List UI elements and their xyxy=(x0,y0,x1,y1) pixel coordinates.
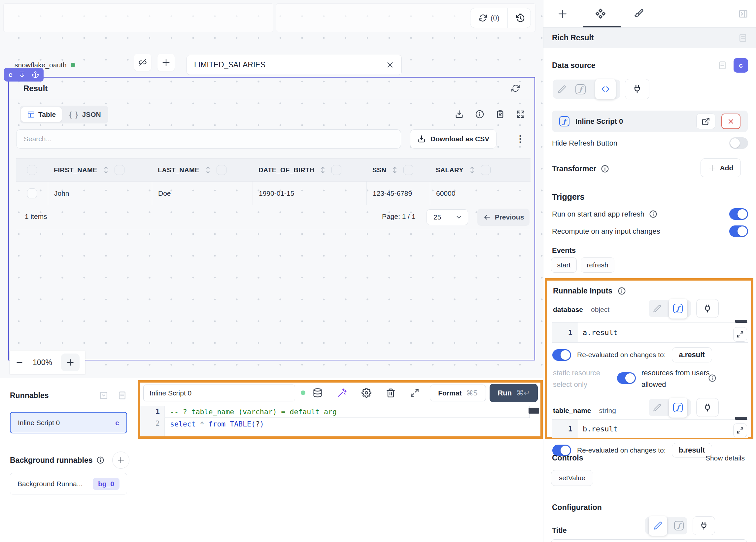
table-name-connect-button[interactable] xyxy=(696,398,719,417)
info-icon[interactable] xyxy=(96,456,104,464)
expand-editor-icon[interactable] xyxy=(410,388,419,397)
column-toggle[interactable] xyxy=(217,165,226,175)
connect-mode-button[interactable] xyxy=(625,79,649,99)
info-icon[interactable] xyxy=(601,165,609,173)
page-size-select[interactable]: 25 xyxy=(427,209,468,225)
editor-scrollbar-thumb[interactable] xyxy=(529,408,539,414)
data-source-script-row[interactable]: ƒ Inline Script 0 xyxy=(552,111,748,132)
static-mode-pencil-icon[interactable] xyxy=(653,304,661,313)
event-start-pill[interactable]: start xyxy=(551,257,577,273)
reeval-toggle[interactable] xyxy=(552,349,571,361)
open-script-button[interactable] xyxy=(696,114,715,129)
result-refresh-icon[interactable] xyxy=(511,84,520,93)
sort-icon[interactable] xyxy=(468,166,476,174)
eval-mode-fx-icon[interactable]: ƒ xyxy=(669,398,687,418)
delete-script-icon[interactable] xyxy=(386,388,395,398)
add-component-button[interactable] xyxy=(157,54,175,71)
sort-icon[interactable] xyxy=(102,166,110,174)
template-mode-icon[interactable]: ƒ xyxy=(575,84,586,94)
table-row[interactable]: John Doe 1990-01-15 123-45-6789 60000 xyxy=(16,182,531,205)
column-header-salary[interactable]: SALARY xyxy=(430,158,531,182)
sort-icon[interactable] xyxy=(319,166,327,174)
previous-page-button[interactable]: Previous xyxy=(477,209,530,226)
run-on-start-toggle[interactable] xyxy=(729,208,748,220)
add-transformer-button[interactable]: Add xyxy=(701,158,741,177)
history-button[interactable] xyxy=(507,8,533,28)
code-line-2[interactable]: select * from TABLE(?) xyxy=(170,418,264,430)
column-header-first-name[interactable]: FIRST_NAME xyxy=(48,158,152,182)
move-below-icon[interactable] xyxy=(18,71,26,79)
database-icon[interactable] xyxy=(313,388,323,398)
run-button[interactable]: Run ⌘↵ xyxy=(490,384,538,402)
event-refresh-pill[interactable]: refresh xyxy=(581,257,614,273)
column-toggle[interactable] xyxy=(403,165,413,175)
title-value-input[interactable] xyxy=(551,539,747,542)
app-canvas[interactable]: (0) snowflake_oauth Result xyxy=(0,0,543,378)
docs-icon[interactable] xyxy=(118,391,127,400)
collapse-panel-icon[interactable] xyxy=(99,391,108,400)
database-expression-editor[interactable]: 1 a.result xyxy=(552,322,748,343)
runnable-item-background-0[interactable]: Background Runna... bg_0 xyxy=(10,473,127,494)
select-all-checkbox[interactable] xyxy=(27,165,37,175)
title-connect-button[interactable] xyxy=(693,516,715,535)
download-csv-button[interactable]: Download as CSV xyxy=(410,129,497,149)
scrollbar-thumb[interactable] xyxy=(735,320,747,323)
zoom-in-button[interactable] xyxy=(61,354,80,371)
unlink-button[interactable] xyxy=(134,54,151,71)
static-mode-pencil-icon[interactable] xyxy=(653,403,661,412)
settings-gear-icon[interactable] xyxy=(361,388,371,398)
refresh-runnables-button[interactable]: (0) xyxy=(470,8,507,28)
script-name-input[interactable] xyxy=(143,385,295,401)
column-header-ssn[interactable]: SSN xyxy=(366,158,430,182)
info-icon[interactable] xyxy=(618,287,626,295)
table-menu-kebab[interactable]: ⋮ xyxy=(516,134,525,144)
detach-script-button[interactable] xyxy=(721,114,740,129)
eval-mode-code-icon[interactable] xyxy=(595,79,616,99)
table-name-expression-editor[interactable]: 1 b.result xyxy=(552,419,748,438)
zoom-out-icon[interactable] xyxy=(15,358,24,367)
copy-result-icon[interactable] xyxy=(496,110,505,119)
column-toggle[interactable] xyxy=(481,165,491,175)
table-search-input[interactable] xyxy=(16,129,401,149)
scrollbar-thumb[interactable] xyxy=(735,417,747,420)
sort-icon[interactable] xyxy=(204,166,212,174)
info-icon[interactable] xyxy=(649,210,657,218)
info-icon[interactable] xyxy=(475,110,484,119)
column-toggle[interactable] xyxy=(331,165,341,175)
tab-table[interactable]: Table xyxy=(21,107,62,122)
column-header-date-of-birth[interactable]: DATE_OF_BIRTH xyxy=(253,158,366,182)
doc-icon[interactable] xyxy=(718,61,727,70)
collapse-sidebar-icon[interactable] xyxy=(738,9,748,19)
runnable-item-inline-script-0[interactable]: Inline Script 0 c xyxy=(10,412,127,433)
expand-expression-button[interactable] xyxy=(733,423,747,437)
show-details-link[interactable]: Show details xyxy=(705,454,745,462)
table-name-input[interactable] xyxy=(187,55,402,75)
static-mode-pencil-icon[interactable] xyxy=(649,516,667,536)
resources-from-users-toggle[interactable] xyxy=(617,372,636,384)
static-mode-pencil-icon[interactable] xyxy=(557,85,566,94)
row-checkbox[interactable] xyxy=(27,188,37,198)
setvalue-control-pill[interactable]: setValue xyxy=(551,470,593,486)
download-icon[interactable] xyxy=(455,110,464,119)
sort-icon[interactable] xyxy=(391,166,399,174)
rich-result-component[interactable]: Result Table { } JSON xyxy=(8,77,535,360)
info-icon[interactable] xyxy=(708,374,716,382)
add-background-runnable-button[interactable] xyxy=(112,452,129,469)
tab-json[interactable]: { } JSON xyxy=(63,107,107,122)
fullscreen-icon[interactable] xyxy=(516,110,525,119)
clear-input-icon[interactable] xyxy=(386,60,395,69)
tab-styling[interactable] xyxy=(619,0,657,27)
tab-insert-component[interactable] xyxy=(543,0,581,27)
recompute-toggle[interactable] xyxy=(729,225,748,237)
ai-wand-icon[interactable] xyxy=(337,388,347,398)
dependency-pill[interactable]: a.result xyxy=(672,347,712,362)
code-line-1[interactable]: -- ? table_name (varchar) = default arg xyxy=(170,406,337,418)
anchor-icon[interactable] xyxy=(32,71,39,79)
column-header-last-name[interactable]: LAST_NAME xyxy=(152,158,253,182)
doc-icon[interactable] xyxy=(738,33,747,43)
eval-mode-fx-icon[interactable]: ƒ xyxy=(674,521,684,530)
column-toggle[interactable] xyxy=(115,165,124,175)
canvas-placeholder-a[interactable] xyxy=(3,3,273,32)
eval-mode-fx-icon[interactable]: ƒ xyxy=(669,299,687,319)
database-connect-button[interactable] xyxy=(696,299,719,318)
